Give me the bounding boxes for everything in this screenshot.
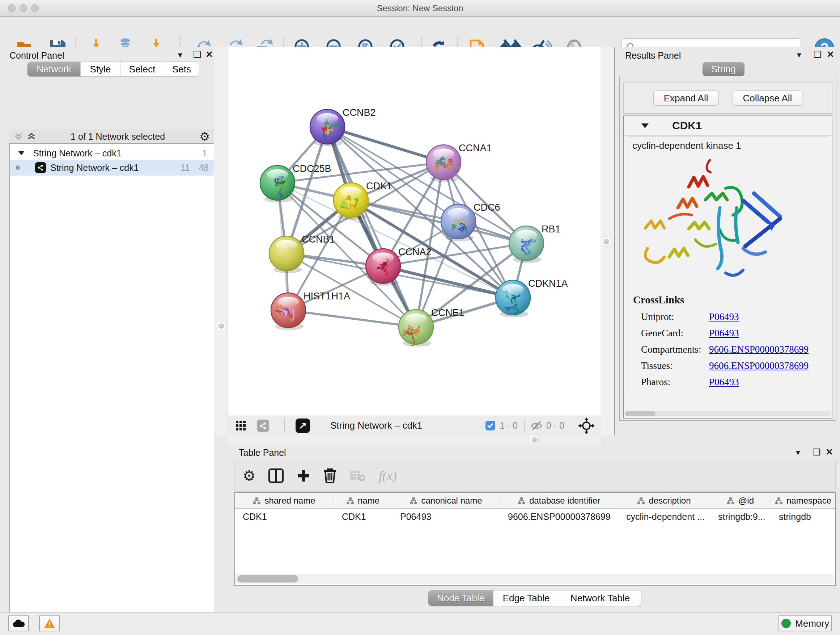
panel-menu-icon[interactable]: ▼	[177, 51, 184, 59]
network-selection-bar: 1 of 1 Network selected ⚙	[9, 130, 214, 143]
tab-style[interactable]: Style	[81, 62, 120, 76]
eye-slash-icon[interactable]	[531, 420, 543, 431]
open-in-window-icon[interactable]: ↗	[295, 418, 310, 433]
collapse-all-button[interactable]: Collapse All	[733, 90, 803, 106]
network-node-CCNB1[interactable]: CCNB1	[269, 234, 335, 273]
table-cell: stringdb:9...	[710, 509, 771, 524]
columns-icon[interactable]	[268, 468, 284, 484]
gear-icon[interactable]: ⚙	[243, 469, 256, 483]
panel-menu-icon[interactable]: ▼	[794, 449, 802, 456]
panel-close-icon[interactable]: ✕	[826, 448, 833, 456]
tab-select[interactable]: Select	[120, 62, 164, 76]
crosslink-link[interactable]: P06493	[709, 377, 739, 388]
tab-node-table[interactable]: Node Table	[428, 591, 493, 606]
delete-table-icon[interactable]	[349, 469, 366, 482]
panel-float-icon[interactable]: ❑	[813, 448, 821, 456]
network-canvas[interactable]: CCNB2CCNA1CDC25BCDK1CDC6RB1CCNB1CCNA2CDK…	[228, 47, 600, 416]
network-node-CDKN1A[interactable]: CDKN1A	[496, 278, 568, 318]
protein-card-header[interactable]: CDK1	[624, 116, 832, 136]
trash-icon[interactable]	[322, 467, 338, 484]
left-splitter-handle[interactable]	[217, 321, 225, 330]
tab-network[interactable]: Network	[27, 62, 81, 76]
table-cell: cyclin-dependent ...	[618, 509, 710, 524]
collection-count: 1	[202, 148, 207, 158]
crosslink-label: Tissues:	[641, 360, 709, 371]
crosslink-link[interactable]: P06493	[709, 328, 739, 339]
results-hscrollbar-thumb[interactable]	[625, 411, 655, 416]
collapse-all-icon[interactable]	[14, 132, 23, 141]
network-graph[interactable]: CCNB2CCNA1CDC25BCDK1CDC6RB1CCNB1CCNA2CDK…	[228, 47, 600, 416]
warning-icon	[44, 618, 55, 629]
memory-button[interactable]: Memory	[778, 616, 832, 631]
network-row-selected[interactable]: String Network – cdk1 11 48	[10, 160, 214, 176]
expand-all-button[interactable]: Expand All	[653, 90, 719, 106]
warning-button[interactable]	[39, 616, 60, 631]
right-splitter[interactable]	[600, 47, 615, 435]
protein-description: cyclin-dependent kinase 1	[632, 140, 828, 151]
network-edge-CCNB2-CCNA1[interactable]	[327, 127, 444, 162]
network-view-toolbar: ↗ String Network – cdk1 1 - 0 0 - 0	[228, 416, 600, 435]
tab-edge-table[interactable]: Edge Table	[493, 591, 559, 606]
right-splitter-handle[interactable]	[602, 237, 610, 246]
gear-icon[interactable]: ⚙	[199, 131, 210, 142]
node-label-RB1: RB1	[542, 224, 561, 234]
cloud-button[interactable]	[8, 616, 29, 631]
protein-name: CDK1	[672, 119, 702, 132]
network-node-RB1[interactable]: RB1	[509, 224, 561, 263]
panel-menu-icon[interactable]: ▼	[796, 51, 803, 59]
node-label-CDC25B: CDC25B	[293, 163, 332, 174]
network-tree: String Network – cdk1 1 String Network –…	[9, 143, 214, 635]
column-header[interactable]: description	[618, 493, 710, 508]
tree-expander-icon[interactable]	[18, 150, 25, 156]
table-row[interactable]: CDK1 CDK1 P06493 9606.ENSP00000378699 cy…	[235, 509, 835, 524]
panel-float-icon[interactable]: ❑	[193, 50, 201, 59]
protein-card: CDK1 cyclin-dependent kinase 1	[623, 116, 832, 418]
column-header[interactable]: @id	[710, 493, 771, 508]
column-header[interactable]: namespace	[771, 493, 835, 508]
panel-float-icon[interactable]: ❑	[813, 50, 821, 59]
results-tab-string[interactable]: String	[703, 62, 745, 76]
function-icon[interactable]: f(x)	[379, 468, 397, 483]
status-bar: Memory	[0, 612, 840, 635]
network-node-CCNE1[interactable]: CCNE1	[399, 307, 464, 347]
network-edge-CCNE1-HIST1H1A[interactable]	[288, 310, 416, 327]
results-hscrollbar[interactable]	[625, 411, 831, 416]
network-node-HIST1H1A[interactable]: HIST1H1A	[271, 291, 350, 330]
hidden-count: 0 - 0	[546, 420, 564, 431]
horizontal-splitter[interactable]	[228, 435, 600, 445]
network-collection-row[interactable]: String Network – cdk1 1	[10, 147, 214, 160]
network-view-title: String Network – cdk1	[330, 420, 422, 431]
crosslink-link[interactable]: P06493	[709, 311, 739, 323]
panel-close-icon[interactable]: ✕	[827, 50, 834, 59]
column-header[interactable]: name	[334, 493, 392, 508]
checkbox-icon[interactable]	[485, 421, 495, 431]
node-label-CCNE1: CCNE1	[431, 307, 464, 318]
collapse-entry-icon[interactable]	[641, 122, 649, 129]
add-icon[interactable]	[296, 469, 311, 483]
tab-sets[interactable]: Sets	[164, 62, 199, 76]
control-panel-title: Control Panel	[9, 50, 64, 61]
cloud-icon	[12, 619, 25, 628]
table-hscrollbar[interactable]	[235, 574, 834, 584]
crosslink-row: Uniprot: P06493	[641, 309, 828, 325]
crosslink-link[interactable]: 9606.ENSP00000378699	[709, 360, 808, 371]
table-hscrollbar-thumb[interactable]	[237, 575, 298, 583]
window-title: Session: New Session	[0, 3, 840, 13]
crosslink-link[interactable]: 9606.ENSP00000378699	[709, 344, 808, 355]
horizontal-splitter-handle[interactable]	[530, 435, 538, 443]
panel-close-icon[interactable]: ✕	[205, 50, 213, 59]
selected-count: 1 - 0	[500, 420, 518, 431]
grid-icon[interactable]	[236, 420, 247, 431]
column-header[interactable]: shared name	[235, 493, 334, 508]
node-label-CCNB1: CCNB1	[302, 234, 335, 245]
column-header[interactable]: canonical name	[392, 493, 500, 508]
crosshair-icon[interactable]	[578, 417, 595, 434]
table-tabs: Node Table Edge Table Network Table	[428, 590, 641, 606]
left-splitter[interactable]	[214, 47, 228, 435]
share-icon[interactable]	[257, 420, 269, 432]
expand-all-icon[interactable]	[27, 132, 36, 141]
tab-network-table[interactable]: Network Table	[559, 591, 641, 606]
column-header[interactable]: database identifier	[500, 493, 618, 508]
crosslinks-title: CrossLinks	[633, 294, 828, 306]
table-cell: CDK1	[235, 509, 334, 524]
